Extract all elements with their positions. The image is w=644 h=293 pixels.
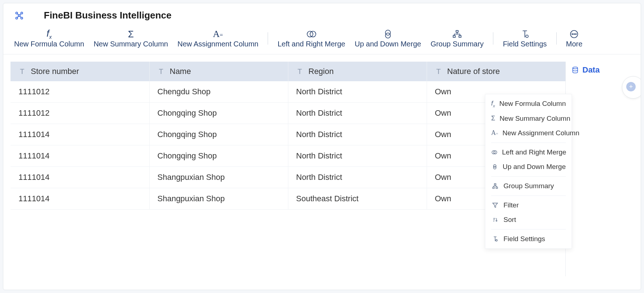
text-type-icon: T	[435, 67, 442, 76]
table-row[interactable]: 1111014Chongqing ShopNorth DistrictOwn	[11, 124, 565, 145]
col-header-region[interactable]: T Region	[288, 62, 427, 81]
svg-rect-33	[493, 187, 494, 189]
context-menu-item[interactable]: ΣNew Summary Column	[487, 111, 570, 126]
fieldset-icon	[491, 236, 499, 242]
toolbar-field-settings-button[interactable]: Field Settings	[499, 27, 550, 50]
context-menu-item[interactable]: Group Summary	[487, 179, 570, 193]
context-menu-item[interactable]: fxNew Formula Column	[487, 96, 570, 111]
table-cell: Chongqing Shop	[149, 124, 288, 145]
toolbar-group-summary-button[interactable]: Group Summary	[427, 27, 488, 50]
toolbar-label: Group Summary	[431, 40, 484, 48]
svg-line-8	[20, 16, 21, 17]
col-header-name[interactable]: T Name	[149, 62, 288, 81]
fx-icon: fx	[491, 100, 495, 108]
toolbar: fx New Formula Column Σ New Summary Colu…	[3, 25, 641, 54]
table-cell: North District	[288, 81, 427, 103]
stack-icon	[491, 164, 498, 170]
side-panel: Data +	[565, 62, 638, 276]
table-cell: Southeast District	[288, 188, 427, 210]
table-cell: North District	[288, 103, 427, 124]
context-menu-item[interactable]: Filter	[487, 198, 570, 212]
context-menu-item[interactable]: Field Settings	[487, 232, 570, 246]
table-row[interactable]: 1111012Chongqing ShopNorth DistrictOwn	[11, 103, 565, 124]
svg-rect-13	[456, 30, 458, 32]
context-menu-label: Field Settings	[503, 235, 545, 243]
context-menu-separator	[491, 176, 566, 177]
svg-rect-15	[459, 36, 461, 37]
context-menu: fxNew Formula ColumnΣNew Summary ColumnA…	[485, 94, 572, 249]
toolbar-label: New Summary Column	[93, 40, 168, 48]
table-cell: Shangpuxian Shop	[149, 188, 288, 210]
toolbar-lr-merge-button[interactable]: Left and Right Merge	[274, 27, 349, 50]
context-menu-item[interactable]: A=New Assignment Column	[487, 126, 570, 140]
toolbar-summary-button[interactable]: Σ New Summary Column	[90, 27, 172, 50]
context-menu-label: Filter	[503, 201, 519, 209]
svg-point-22	[526, 35, 528, 38]
table-cell: 1111012	[11, 103, 149, 124]
table-row[interactable]: 1111014Chongqing ShopNorth DistrictOwn	[11, 145, 565, 167]
context-menu-separator	[491, 143, 566, 143]
context-menu-item[interactable]: Sort	[487, 212, 570, 227]
sigma-icon: Σ	[128, 28, 134, 40]
svg-rect-34	[496, 187, 498, 189]
table-cell: North District	[288, 124, 427, 145]
plus-icon: +	[629, 83, 633, 91]
table-cell: Chengdu Shop	[149, 81, 288, 103]
context-menu-label: New Summary Column	[499, 115, 570, 123]
col-header-store-number[interactable]: T Store number	[11, 62, 149, 81]
svg-point-4	[18, 15, 20, 16]
table-cell: North District	[288, 145, 427, 167]
svg-point-2	[16, 17, 17, 19]
side-panel-header[interactable]: Data	[570, 63, 633, 77]
col-label: Region	[309, 67, 334, 76]
table-cell: 1111012	[11, 81, 149, 103]
database-icon	[572, 66, 579, 74]
app-window: FineBI Business Intelligence fx New Form…	[3, 3, 641, 290]
toolbar-label: Up and Down Merge	[355, 40, 421, 48]
svg-line-7	[17, 16, 18, 17]
toolbar-label: New Assignment Column	[177, 40, 258, 48]
filter-icon	[491, 202, 499, 209]
table-body: 1111012Chengdu ShopNorth DistrictOwn1111…	[11, 81, 565, 210]
table-cell: 1111014	[11, 124, 149, 145]
fx-icon: fx	[47, 28, 52, 40]
context-menu-label: Up and Down Merge	[503, 163, 566, 171]
svg-marker-39	[493, 203, 498, 207]
toolbar-formula-button[interactable]: fx New Formula Column	[11, 27, 88, 50]
col-label: Name	[170, 67, 191, 76]
table-header-row: T Store number T Name T	[11, 62, 565, 81]
svg-point-11	[385, 30, 390, 35]
add-button[interactable]: +	[626, 82, 636, 91]
toolbar-label: More	[566, 40, 583, 48]
col-label: Store number	[31, 67, 79, 76]
app-logo-icon	[14, 11, 24, 21]
titlebar: FineBI Business Intelligence	[3, 3, 641, 25]
toolbar-separator	[556, 32, 557, 45]
table-cell: 1111014	[11, 167, 149, 188]
context-menu-item[interactable]: Left and Right Merge	[487, 145, 570, 160]
app-title: FineBI Business Intelligence	[44, 10, 172, 21]
toolbar-ud-merge-button[interactable]: Up and Down Merge	[351, 27, 425, 50]
context-menu-item[interactable]: Up and Down Merge	[487, 160, 570, 174]
table-row[interactable]: 1111014Shangpuxian ShopNorth DistrictOwn	[11, 167, 565, 188]
table-row[interactable]: 1111012Chengdu ShopNorth DistrictOwn	[11, 81, 565, 103]
tree-icon	[491, 183, 499, 189]
col-header-nature[interactable]: T Nature of store	[427, 62, 565, 81]
tree-icon	[452, 28, 462, 40]
context-menu-label: Group Summary	[503, 182, 554, 190]
svg-point-26	[576, 34, 576, 34]
data-table: T Store number T Name T	[11, 62, 565, 210]
svg-line-5	[17, 13, 18, 15]
toolbar-separator	[268, 32, 268, 45]
assignment-icon: A=	[213, 28, 223, 40]
table-cell: Chongqing Shop	[149, 103, 288, 124]
table-row[interactable]: 1111014Shangpuxian ShopSoutheast Distric…	[11, 188, 565, 210]
table-cell: 1111014	[11, 145, 149, 167]
toolbar-more-button[interactable]: More	[563, 27, 586, 50]
toolbar-label: Left and Right Merge	[277, 40, 345, 48]
sigma-icon: Σ	[491, 115, 495, 122]
context-menu-label: New Formula Column	[499, 100, 566, 108]
toolbar-assignment-button[interactable]: A= New Assignment Column	[174, 27, 262, 50]
field-settings-icon	[520, 28, 530, 40]
sort-icon	[491, 216, 499, 223]
